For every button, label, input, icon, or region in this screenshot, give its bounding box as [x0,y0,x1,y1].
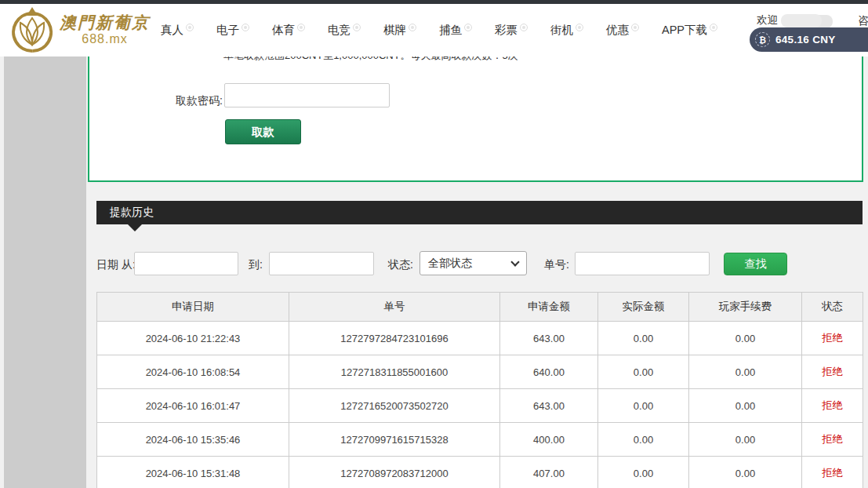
col-header-date: 申请日期 [97,293,289,322]
table-row: 2024-06-10 16:01:47 1272716520073502720 … [97,389,863,423]
cell-order-no: 1272716520073502720 [289,389,500,423]
nav-item-esports[interactable]: 电竞 [328,23,361,38]
order-no-input[interactable] [575,252,710,275]
withdraw-password-label: 取款密码: [105,94,223,108]
table-row: 2024-06-10 15:31:48 1272708972083712000 … [97,457,863,488]
tab-withdraw-history[interactable]: 提款历史 [96,201,863,224]
col-header-order-no: 单号 [289,293,500,322]
site-header: 澳門新葡京 688.mx 真人 电子 体育 电竞 棋牌 捕鱼 彩票 街机 优惠 … [0,4,868,56]
date-to-input[interactable] [269,252,374,275]
nav-label: 电竞 [328,23,350,38]
col-header-status: 状态 [802,293,863,322]
nav-item-sports[interactable]: 体育 [272,23,305,38]
status-select-value: 全部状态 [428,257,472,271]
nav-item-cards[interactable]: 棋牌 [383,23,416,38]
cell-date: 2024-06-10 16:01:47 [97,389,289,423]
nav-label: 棋牌 [383,23,406,38]
nav-label: 街机 [550,23,573,38]
nav-item-slots[interactable]: 电子 [216,23,249,38]
cell-date: 2024-06-10 21:22:43 [97,322,289,355]
main-nav: 真人 电子 体育 电竞 棋牌 捕鱼 彩票 街机 优惠 APP下载 [161,4,717,56]
welcome-label: 欢迎 [757,13,778,27]
col-header-player-fee: 玩家手续费 [689,293,802,322]
nav-circle-icon [576,24,583,31]
site-logo[interactable]: 澳門新葡京 688.mx [9,5,150,54]
nav-item-fishing[interactable]: 捕鱼 [439,23,472,38]
cell-request-amount: 407.00 [500,457,598,488]
chevron-down-icon [510,257,519,266]
nav-circle-icon [353,24,361,31]
cell-actual-amount: 0.00 [598,423,689,457]
table-row: 2024-06-10 21:22:43 1272797284723101696 … [97,322,863,355]
history-title: 提款历史 [110,206,154,220]
cell-date: 2024-06-10 16:08:54 [97,355,289,389]
cell-request-amount: 643.00 [500,389,598,423]
nav-circle-icon [186,24,194,31]
cell-date: 2024-06-10 15:31:48 [97,457,289,488]
status-badge: 拒绝 [802,389,863,423]
username-redacted [781,14,822,27]
nav-item-app-download[interactable]: APP下载 [662,23,717,38]
cell-player-fee: 0.00 [689,423,802,457]
cell-player-fee: 0.00 [689,457,802,488]
date-from-input[interactable] [134,252,238,275]
col-header-actual-amount: 实际金额 [598,293,689,322]
brand-domain: 688.mx [60,32,150,46]
cell-actual-amount: 0.00 [598,355,689,389]
cell-actual-amount: 0.00 [598,457,689,488]
cell-actual-amount: 0.00 [598,322,689,355]
cell-order-no: 1272708972083712000 [289,457,500,488]
page: 单笔取款范围200CNY至1,000,000CNY。每天最高取款次数：5次 取款… [0,0,868,488]
nav-circle-icon [520,24,528,31]
nav-label: 捕鱼 [439,23,462,38]
nav-circle-icon [242,24,249,31]
cell-player-fee: 0.00 [689,389,802,423]
status-badge: 拒绝 [802,355,863,389]
status-badge: 拒绝 [802,322,863,355]
nav-item-live[interactable]: 真人 [161,23,194,38]
nav-circle-icon [710,24,717,31]
status-select[interactable]: 全部状态 [419,251,527,275]
cell-request-amount: 643.00 [500,322,598,355]
cell-player-fee: 0.00 [689,355,802,389]
balance-pill[interactable]: ₿ 645.16 CNY [750,27,868,52]
table-row: 2024-06-10 15:35:46 1272709971615715328 … [97,423,863,457]
withdraw-history-table: 申请日期 单号 申请金额 实际金额 玩家手续费 状态 2024-06-10 21… [96,292,863,488]
nav-item-promos[interactable]: 优惠 [606,23,639,38]
balance-amount: 645.16 CNY [775,34,836,46]
service-link-partial[interactable]: 咨 [858,14,868,28]
bitcoin-icon: ₿ [755,32,770,47]
search-button[interactable]: 查找 [724,253,787,275]
cell-order-no: 1272709971615715328 [289,423,500,457]
nav-label: 电子 [216,23,239,38]
nav-label: APP下载 [662,23,707,38]
status-badge: 拒绝 [802,423,863,457]
cell-actual-amount: 0.00 [598,389,689,423]
date-from-label: 日期 从: [96,258,136,272]
nav-item-arcade[interactable]: 街机 [550,23,583,38]
lotus-emblem-icon [9,5,55,54]
brand-name: 澳門新葡京 [60,13,150,32]
nav-label: 优惠 [606,23,629,38]
nav-label: 真人 [161,23,183,38]
nav-circle-icon [631,24,639,31]
welcome-area: 欢迎 [757,13,822,27]
table-row: 2024-06-10 16:08:54 1272718311855001600 … [97,355,863,389]
status-badge: 拒绝 [802,457,863,488]
withdraw-submit-button[interactable]: 取款 [225,119,301,144]
left-sidebar-strip [4,56,86,488]
col-header-request-amount: 申请金额 [500,293,598,322]
date-to-label: 到: [249,258,263,272]
cell-order-no: 1272797284723101696 [289,322,500,355]
cell-date: 2024-06-10 15:35:46 [97,423,289,457]
withdraw-password-input[interactable] [224,83,390,107]
order-no-label: 单号: [544,258,569,272]
nav-item-lottery[interactable]: 彩票 [495,23,528,38]
cell-order-no: 1272718311855001600 [289,355,500,389]
top-dark-strip [0,0,868,4]
cell-request-amount: 640.00 [500,355,598,389]
active-tab-arrow-icon [128,224,142,231]
table-header-row: 申请日期 单号 申请金额 实际金额 玩家手续费 状态 [97,293,863,322]
nav-circle-icon [464,24,472,31]
cell-request-amount: 400.00 [500,423,598,457]
